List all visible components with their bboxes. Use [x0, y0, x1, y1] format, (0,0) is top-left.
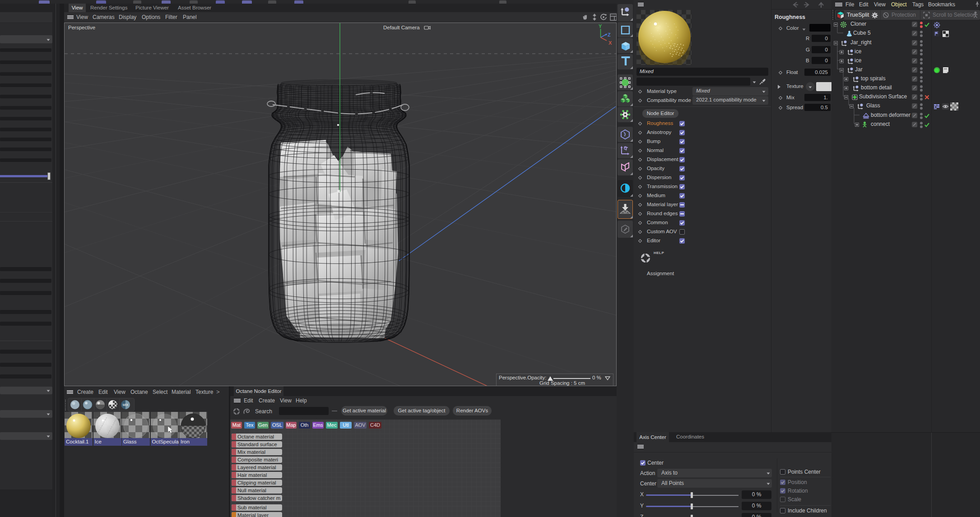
svg-text:MIX: MIX	[123, 403, 129, 406]
svg-text:Y: Y	[599, 23, 602, 29]
svg-text:X: X	[608, 40, 612, 46]
svg-text:Z: Z	[608, 32, 611, 37]
